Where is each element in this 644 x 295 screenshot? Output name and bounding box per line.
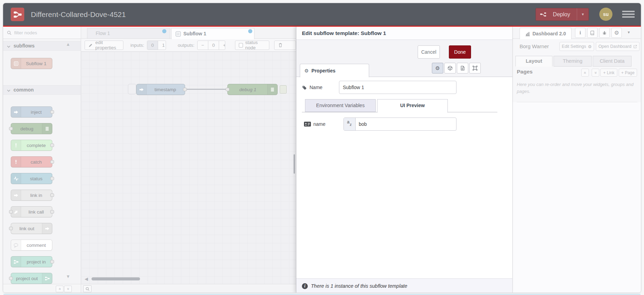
open-dashboard-button[interactable]: Open Dashboard — [596, 42, 639, 51]
edit-settings-button[interactable]: Edit Settings ⚙ — [559, 42, 594, 51]
book-icon — [590, 31, 595, 35]
node-timestamp[interactable]: timestamp — [136, 84, 185, 95]
subflow-canvas[interactable]: timestamp debug 1 ◀ — [81, 52, 296, 284]
node-red-window: Different-Collared-Dove-4521 Deploy ▾ su… — [0, 0, 644, 295]
tab-environment-variables[interactable]: Environment Variables — [305, 99, 376, 112]
palette-node-status[interactable]: status — [11, 173, 52, 184]
palette-node-project-out[interactable]: project out — [11, 273, 52, 284]
output-port[interactable] — [50, 110, 54, 114]
collapse-all-button[interactable]: « — [56, 286, 63, 292]
move-down-button[interactable]: « — [592, 69, 599, 77]
tab-flow-1[interactable]: Flow 1 — [87, 28, 170, 39]
unsaved-changes-dot — [248, 29, 252, 33]
subflow-input-stub[interactable] — [128, 84, 136, 94]
palette-scroll-up-icon[interactable]: ▲ — [66, 42, 70, 47]
chevrons-down-icon: « — [593, 71, 598, 74]
input-port[interactable] — [9, 227, 13, 230]
palette-scroll-area[interactable]: subflows common ▲ ▼ Subflow 1injectdebug… — [3, 39, 81, 284]
tab-theming[interactable]: Theming — [554, 56, 592, 67]
delete-subflow-button[interactable] — [274, 41, 296, 50]
deploy-caret-icon[interactable]: ▾ — [577, 8, 589, 20]
add-link-button[interactable]: + Link — [600, 69, 617, 77]
output-port[interactable] — [183, 88, 187, 91]
tab-properties[interactable]: ⚙ Properties — [300, 64, 369, 77]
config-tab-button[interactable]: ⚙ — [611, 28, 622, 38]
palette-scroll-down-icon[interactable]: ▼ — [66, 274, 70, 279]
search-icon — [7, 30, 12, 35]
chevrons-up-icon: « — [583, 71, 588, 74]
deploy-label: Deploy — [546, 11, 577, 18]
output-port[interactable] — [50, 144, 54, 147]
palette-node-subflow-1[interactable]: Subflow 1 — [11, 58, 52, 69]
scroll-left-icon[interactable]: ◀ — [85, 276, 88, 281]
zoom-search-button[interactable] — [83, 285, 92, 292]
horizontal-scrollbar[interactable] — [92, 277, 140, 280]
palette-node-link-out[interactable]: link out — [11, 223, 52, 234]
palette-node-label: Subflow 1 — [21, 58, 51, 69]
output-port[interactable] — [50, 210, 54, 214]
move-up-button[interactable]: « — [581, 69, 589, 77]
vertical-scrollbar[interactable] — [294, 154, 295, 174]
trash-icon — [278, 43, 283, 47]
expand-all-button[interactable]: « — [64, 286, 72, 292]
tag-icon — [302, 85, 307, 90]
user-avatar[interactable]: su — [599, 8, 612, 21]
outputs-minus-button[interactable]: − — [198, 41, 208, 50]
module-properties-button[interactable] — [469, 63, 481, 73]
main-menu-icon[interactable] — [622, 11, 635, 18]
nr-icon — [11, 257, 21, 267]
env-value-input[interactable]: bob — [356, 118, 456, 130]
add-page-button[interactable]: + Page — [619, 69, 637, 77]
cancel-button[interactable]: Cancel — [418, 45, 440, 59]
palette-node-comment[interactable]: comment — [11, 240, 52, 251]
status-node-toggle[interactable]: status node — [235, 41, 269, 50]
input-port[interactable] — [9, 210, 13, 214]
properties-view-button[interactable]: ⚙ — [432, 63, 443, 73]
type-string-icon[interactable]: az — [344, 118, 356, 130]
wire-timestamp-debug[interactable] — [185, 89, 227, 90]
gear-icon: ⚙ — [614, 29, 619, 36]
input-port[interactable] — [226, 88, 229, 91]
subflow-name-input[interactable]: Subflow 1 — [339, 81, 456, 94]
tab-subflow-1[interactable]: Subflow 1 — [171, 28, 254, 39]
tab-ui-preview[interactable]: UI Preview — [377, 99, 448, 113]
done-button[interactable]: Done — [449, 45, 471, 59]
input-port[interactable] — [9, 127, 13, 130]
pages-list-empty-area — [513, 102, 641, 293]
palette-node-inject[interactable]: inject — [11, 106, 52, 118]
deploy-icon — [540, 12, 546, 17]
output-port[interactable] — [50, 193, 54, 197]
inputs-0-button[interactable]: 0 — [147, 41, 158, 50]
node-debug-1[interactable]: debug 1 — [227, 84, 278, 95]
debug-tab-button[interactable] — [599, 28, 610, 38]
palette-category-common[interactable]: common — [3, 85, 81, 95]
palette-node-project-in[interactable]: project in — [11, 256, 52, 267]
output-port[interactable] — [50, 177, 54, 180]
cube-icon — [447, 66, 453, 71]
palette-node-catch[interactable]: catch — [11, 156, 52, 167]
inputs-1-button[interactable]: 1 — [158, 41, 166, 50]
palette-node-label: link out — [12, 223, 42, 234]
outputs-label: outputs: — [178, 43, 194, 48]
outputs-plus-button[interactable]: + — [219, 41, 225, 50]
info-tab-button[interactable]: i — [575, 28, 585, 38]
appearance-button[interactable] — [444, 63, 456, 73]
sidebar-menu-caret-icon[interactable]: ▾ — [628, 30, 630, 35]
palette-search[interactable]: filter nodes — [3, 27, 81, 39]
palette-node-link-call[interactable]: link call — [11, 206, 52, 217]
deploy-button[interactable]: Deploy ▾ — [536, 8, 589, 21]
debug-toggle-button[interactable] — [280, 85, 287, 94]
tab-layout[interactable]: Layout — [515, 56, 552, 67]
status-node-checkbox[interactable] — [239, 43, 243, 47]
palette-node-debug[interactable]: debug — [11, 123, 52, 134]
output-port[interactable] — [50, 160, 54, 164]
palette-node-complete[interactable]: complete — [11, 140, 52, 151]
tab-client-data[interactable]: Client Data — [593, 56, 632, 67]
input-port[interactable] — [9, 277, 13, 280]
palette-node-link-in[interactable]: link in — [11, 190, 52, 201]
output-port[interactable] — [50, 260, 54, 263]
description-button[interactable] — [457, 63, 468, 73]
tab-dashboard-2[interactable]: Dashboard 2.0 — [520, 28, 572, 39]
help-tab-button[interactable] — [587, 28, 598, 38]
edit-properties-button[interactable]: edit properties — [85, 41, 123, 50]
